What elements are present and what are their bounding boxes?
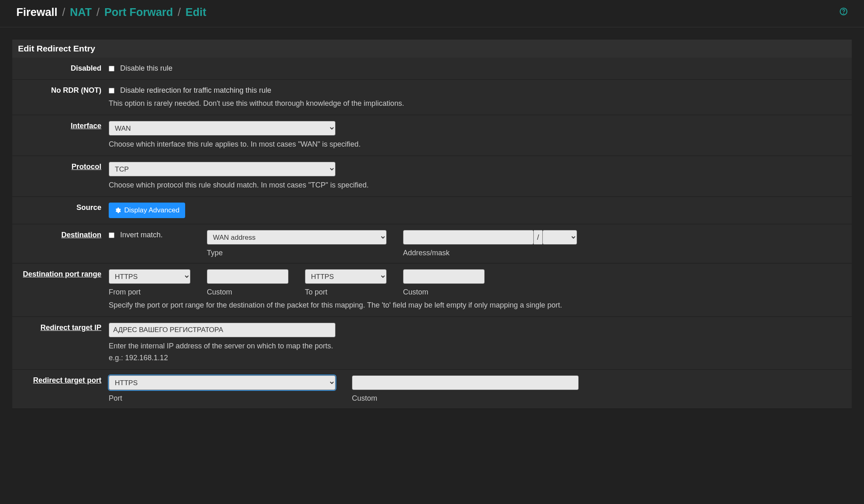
row-redirect-ip: Redirect target IP Enter the internal IP… — [12, 317, 852, 370]
help-redirect-ip-2: e.g.: 192.168.1.12 — [109, 352, 844, 364]
label-destination: Destination — [12, 228, 106, 242]
breadcrumb-edit[interactable]: Edit — [186, 6, 206, 18]
checkbox-no-rdr[interactable] — [109, 88, 114, 94]
row-interface: Interface WAN Choose which interface thi… — [12, 115, 852, 156]
checkbox-invert-match[interactable] — [109, 232, 114, 238]
svg-point-1 — [844, 13, 844, 14]
input-custom-to[interactable] — [403, 269, 485, 284]
checkbox-label-no-rdr: Disable redirection for traffic matching… — [120, 86, 271, 95]
label-no-rdr: No RDR (NOT) — [12, 84, 106, 97]
row-destination: Destination Invert match. WAN address Ty… — [12, 224, 852, 263]
caption-custom-to: Custom — [403, 288, 485, 297]
breadcrumb: Firewall / NAT / Port Forward / Edit — [16, 6, 206, 19]
help-protocol: Choose which protocol this rule should m… — [109, 180, 844, 191]
caption-redirect-port: Port — [109, 394, 336, 403]
row-protocol: Protocol TCP Choose which protocol this … — [12, 156, 852, 197]
gear-icon — [114, 207, 121, 214]
breadcrumb-port-forward[interactable]: Port Forward — [104, 6, 173, 18]
input-redirect-ip[interactable] — [109, 323, 336, 337]
row-dst-port: Destination port range HTTPS From port C… — [12, 263, 852, 317]
select-to-port[interactable]: HTTPS — [305, 269, 387, 284]
label-protocol: Protocol — [12, 160, 106, 174]
select-from-port[interactable]: HTTPS — [109, 269, 190, 284]
checkbox-disabled[interactable] — [109, 66, 114, 71]
select-destination-type[interactable]: WAN address — [207, 230, 387, 245]
caption-redirect-custom: Custom — [352, 394, 579, 403]
caption-from-port: From port — [109, 288, 190, 297]
label-redirect-ip: Redirect target IP — [12, 321, 106, 335]
checkbox-label-invert: Invert match. — [120, 231, 163, 239]
label-redirect-port: Redirect target port — [12, 374, 106, 387]
label-disabled: Disabled — [12, 62, 106, 75]
label-source: Source — [12, 201, 106, 214]
breadcrumb-nat[interactable]: NAT — [70, 6, 92, 18]
breadcrumb-sep: / — [178, 6, 181, 18]
caption-dest-addr: Address/mask — [403, 249, 577, 257]
panel-title: Edit Redirect Entry — [12, 40, 852, 58]
slash-sep: / — [534, 230, 542, 245]
input-redirect-custom[interactable] — [352, 375, 579, 390]
row-source: Source Display Advanced — [12, 197, 852, 224]
caption-dest-type: Type — [207, 249, 387, 257]
breadcrumb-sep: / — [62, 6, 65, 18]
label-interface: Interface — [12, 119, 106, 133]
select-destination-mask[interactable] — [542, 230, 577, 245]
help-dst-port: Specify the port or port range for the d… — [109, 300, 844, 311]
edit-panel: Edit Redirect Entry Disabled Disable thi… — [12, 40, 852, 409]
help-interface: Choose which interface this rule applies… — [109, 139, 844, 150]
select-redirect-port[interactable]: HTTPS — [109, 375, 336, 390]
row-disabled: Disabled Disable this rule — [12, 58, 852, 80]
row-no-rdr: No RDR (NOT) Disable redirection for tra… — [12, 80, 852, 115]
caption-custom-from: Custom — [207, 288, 289, 297]
page-header: Firewall / NAT / Port Forward / Edit — [0, 0, 864, 27]
caption-to-port: To port — [305, 288, 387, 297]
label-dst-port: Destination port range — [12, 268, 106, 281]
input-destination-address[interactable] — [403, 230, 534, 245]
input-custom-from[interactable] — [207, 269, 289, 284]
help-icon[interactable] — [839, 7, 848, 18]
display-advanced-label: Display Advanced — [124, 206, 179, 214]
help-redirect-ip-1: Enter the internal IP address of the ser… — [109, 341, 844, 352]
checkbox-label-disabled: Disable this rule — [120, 64, 172, 73]
row-redirect-port: Redirect target port HTTPS Port Custom — [12, 370, 852, 409]
breadcrumb-firewall[interactable]: Firewall — [16, 6, 58, 18]
select-interface[interactable]: WAN — [109, 121, 336, 136]
help-no-rdr: This option is rarely needed. Don't use … — [109, 98, 844, 109]
select-protocol[interactable]: TCP — [109, 162, 336, 176]
breadcrumb-sep: / — [96, 6, 100, 18]
display-advanced-button[interactable]: Display Advanced — [109, 203, 185, 218]
